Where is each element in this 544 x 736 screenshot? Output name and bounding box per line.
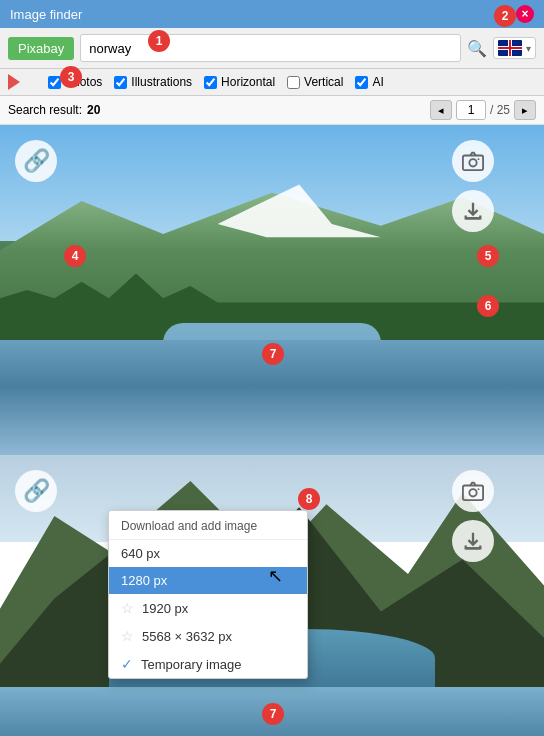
page-total: / 25 [490, 103, 510, 117]
badge-7-img1: 7 [262, 343, 284, 365]
prev-page-button[interactable]: ◂ [430, 100, 452, 120]
dropdown-label-1920: 1920 px [142, 601, 188, 616]
badge-1: 1 [148, 30, 170, 52]
dropdown-item-1280[interactable]: 1280 px [109, 567, 307, 594]
badge-8: 8 [298, 488, 320, 510]
ai-checkbox[interactable] [355, 76, 368, 89]
badge-4: 4 [64, 245, 86, 267]
source-button[interactable]: Pixabay [8, 37, 74, 60]
vertical-label: Vertical [304, 75, 343, 89]
image-1: 4 5 6 7 🔗 [0, 125, 544, 455]
svg-point-4 [469, 489, 476, 496]
dropdown-menu[interactable]: Download and add image 640 px 1280 px ☆ … [108, 510, 308, 679]
dropdown-item-640[interactable]: 640 px [109, 540, 307, 567]
star-icon-1920: ☆ [121, 600, 134, 616]
link-icon[interactable]: 🔗 [15, 140, 57, 182]
result-count: Search result: 20 [8, 103, 100, 117]
next-page-button[interactable]: ▸ [514, 100, 536, 120]
filter-horizontal[interactable]: Horizontal [204, 75, 275, 89]
language-selector[interactable]: ▾ [493, 37, 536, 59]
check-icon: ✓ [121, 656, 133, 672]
filter-ai[interactable]: AI [355, 75, 383, 89]
svg-point-1 [469, 159, 476, 166]
badge-5: 5 [477, 245, 499, 267]
svg-point-2 [478, 158, 480, 160]
result-label: Search result: [8, 103, 82, 117]
title-bar: Image finder × [0, 0, 544, 28]
close-button[interactable]: × [516, 5, 534, 23]
dropdown-label-1280: 1280 px [121, 573, 167, 588]
download-icon-2[interactable] [452, 520, 494, 562]
filter-illustrations[interactable]: Illustrations [114, 75, 192, 89]
search-input[interactable] [80, 34, 461, 62]
badge-7-img2: 7 [262, 703, 284, 725]
dropdown-label-temp: Temporary image [141, 657, 241, 672]
pagination: ◂ / 25 ▸ [430, 100, 536, 120]
camera-icon-2[interactable] [452, 470, 494, 512]
images-container[interactable]: 4 5 6 7 🔗 [0, 125, 544, 736]
filter-row: 3 Photos Illustrations Horizontal Vertic… [0, 69, 544, 96]
flag-icon [498, 40, 522, 56]
dropdown-item-temp[interactable]: ✓ Temporary image [109, 650, 307, 678]
horizontal-label: Horizontal [221, 75, 275, 89]
arrow-right-icon [8, 74, 20, 90]
svg-rect-0 [463, 156, 483, 171]
vertical-checkbox[interactable] [287, 76, 300, 89]
svg-rect-3 [463, 486, 483, 501]
dropdown-header: Download and add image [109, 511, 307, 540]
search-button[interactable]: 🔍 [467, 39, 487, 58]
svg-point-5 [478, 488, 480, 490]
search-row: Pixabay 🔍 ▾ [8, 34, 536, 62]
page-input[interactable] [456, 100, 486, 120]
badge-6: 6 [477, 295, 499, 317]
dropdown-label-640: 640 px [121, 546, 160, 561]
link-icon-2[interactable]: 🔗 [15, 470, 57, 512]
illustrations-checkbox[interactable] [114, 76, 127, 89]
result-number: 20 [87, 103, 100, 117]
arrow-area [8, 74, 36, 90]
chevron-down-icon: ▾ [526, 43, 531, 54]
filter-vertical[interactable]: Vertical [287, 75, 343, 89]
dropdown-item-5568[interactable]: ☆ 5568 × 3632 px [109, 622, 307, 650]
horizontal-checkbox[interactable] [204, 76, 217, 89]
badge-2: 2 [494, 5, 516, 27]
star-icon-5568: ☆ [121, 628, 134, 644]
camera-icon[interactable] [452, 140, 494, 182]
badge-3: 3 [60, 66, 82, 88]
download-icon[interactable] [452, 190, 494, 232]
app-title: Image finder [10, 7, 82, 22]
dropdown-label-5568: 5568 × 3632 px [142, 629, 232, 644]
ai-label: AI [372, 75, 383, 89]
result-bar: Search result: 20 ◂ / 25 ▸ [0, 96, 544, 125]
illustrations-label: Illustrations [131, 75, 192, 89]
dropdown-item-1920[interactable]: ☆ 1920 px [109, 594, 307, 622]
search-area: 1 Pixabay 🔍 ▾ [0, 28, 544, 69]
